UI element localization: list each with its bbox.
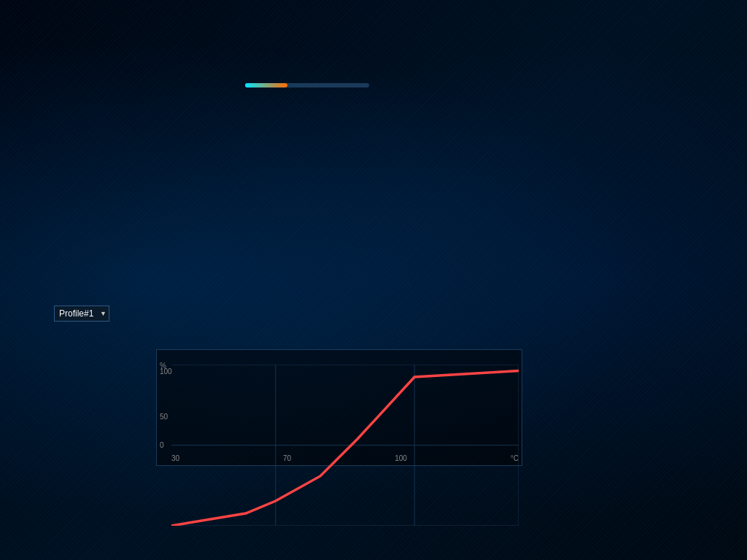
cpu-fan-block: CPU FAN % 100 50 0 — [156, 335, 522, 519]
chart-y-0: 0 — [160, 441, 164, 449]
fan-chart-svg — [171, 365, 519, 526]
temp-bar-container — [245, 83, 369, 88]
xmp-select-wrapper[interactable]: Profile#1 — [54, 306, 109, 322]
chart-x-unit: °C — [511, 454, 519, 462]
chart-x-70: 70 — [283, 454, 291, 462]
chart-x-30: 30 — [171, 454, 179, 462]
chart-x-100: 100 — [395, 454, 407, 462]
xmp-select[interactable]: Profile#1 — [54, 306, 109, 322]
temp-bar — [245, 83, 287, 88]
chart-y-50: 50 — [160, 413, 168, 421]
chart-y-100: 100 — [160, 368, 172, 376]
chart-x-labels: 30 70 100 °C — [171, 454, 519, 462]
chart-container: % 100 50 0 — [156, 349, 522, 466]
